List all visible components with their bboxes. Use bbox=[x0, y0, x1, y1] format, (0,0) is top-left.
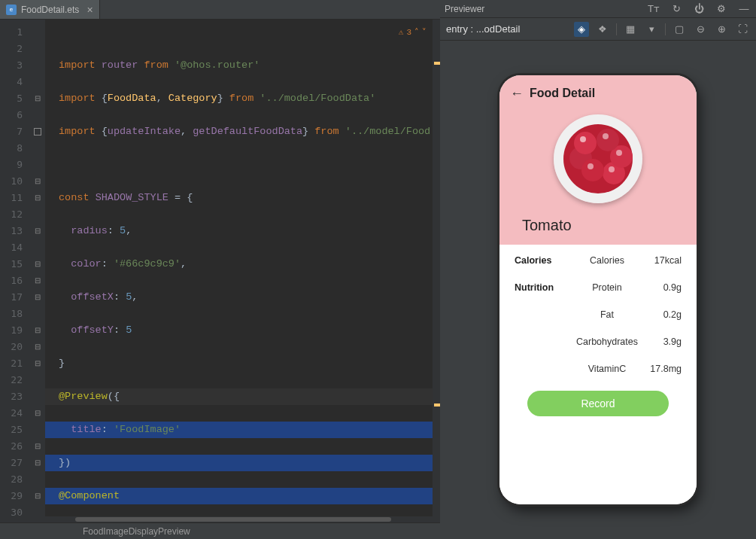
nutrition-row: Fat 0.2g bbox=[515, 309, 682, 320]
zoom-out-icon[interactable]: ⊖ bbox=[693, 22, 708, 37]
nutrition-panel: Calories Calories 17kcal Nutrition Prote… bbox=[499, 245, 697, 504]
editor-marker-strip[interactable] bbox=[433, 20, 440, 516]
entry-label: entry : ...odDetail bbox=[446, 23, 520, 35]
editor-tab[interactable]: e FoodDetail.ets × bbox=[0, 0, 100, 19]
nutrition-row: VitaminC 17.8mg bbox=[515, 364, 682, 374]
app-header: ← Food Detail Tomato bbox=[499, 75, 697, 245]
refresh-icon[interactable]: ↻ bbox=[669, 2, 684, 17]
code-area[interactable]: ⚠ 3 ˄ ˅ import router from '@ohos.router… bbox=[45, 20, 433, 516]
minimize-icon[interactable]: — bbox=[736, 2, 751, 17]
tab-filename: FoodDetail.ets bbox=[21, 5, 79, 15]
chevron-up-icon[interactable]: ˄ bbox=[414, 24, 419, 41]
bookmark-icon bbox=[34, 128, 41, 136]
line-number-gutter: 12345 678910 1112131415 1617181920 21222… bbox=[0, 20, 30, 516]
previewer-title: Previewer bbox=[445, 4, 484, 14]
food-image bbox=[554, 114, 642, 203]
nutrition-row: Nutrition Protein 0.9g bbox=[515, 282, 682, 293]
close-icon[interactable]: × bbox=[87, 4, 93, 16]
editor-tab-bar: e FoodDetail.ets × bbox=[0, 0, 440, 20]
nutrition-row: Calories Calories 17kcal bbox=[515, 255, 682, 266]
device-frame: ← Food Detail Tomato Calories Calories 1… bbox=[499, 75, 697, 504]
chevron-down-icon[interactable]: ˅ bbox=[422, 24, 427, 41]
inspect-icon[interactable]: ◈ bbox=[574, 22, 589, 37]
breadcrumb: FoodImageDisplayPreview bbox=[0, 522, 440, 539]
zoom-in-icon[interactable]: ⊕ bbox=[714, 22, 729, 37]
warning-indicator[interactable]: ⚠ 3 ˄ ˅ bbox=[399, 24, 427, 41]
page-title: Food Detail bbox=[530, 87, 595, 100]
previewer-pane: Previewer Tᴛ ↻ ⏻ ⚙ — entry : ...odDetail… bbox=[440, 0, 756, 539]
previewer-titlebar: Previewer Tᴛ ↻ ⏻ ⚙ — bbox=[440, 0, 756, 18]
fold-column: ⊟ ⊟ ⊟⊟⊟ ⊟⊟⊟⊟ ⊟⊟ ⊟⊟⊟ bbox=[30, 20, 45, 516]
chevron-down-icon[interactable]: ▾ bbox=[644, 22, 659, 37]
food-name: Tomato bbox=[522, 217, 572, 233]
warning-count: 3 bbox=[406, 24, 411, 41]
grid-icon[interactable]: ▦ bbox=[623, 22, 638, 37]
gear-icon[interactable]: ⚙ bbox=[714, 2, 729, 17]
fullscreen-icon[interactable]: ⛶ bbox=[735, 22, 750, 37]
editor-body: 12345 678910 1112131415 1617181920 21222… bbox=[0, 20, 440, 516]
layers-icon[interactable]: ❖ bbox=[595, 22, 610, 37]
breadcrumb-label: FoodImageDisplayPreview bbox=[83, 526, 190, 537]
back-icon[interactable]: ← bbox=[510, 86, 524, 102]
horizontal-scrollbar[interactable] bbox=[0, 516, 440, 522]
preview-stage: ← Food Detail Tomato Calories Calories 1… bbox=[440, 41, 756, 539]
font-size-icon[interactable]: Tᴛ bbox=[646, 2, 661, 17]
power-icon[interactable]: ⏻ bbox=[691, 2, 706, 17]
warning-icon: ⚠ bbox=[399, 24, 404, 41]
previewer-toolbar: entry : ...odDetail ◈ ❖ ▦ ▾ ▢ ⊖ ⊕ ⛶ bbox=[440, 18, 756, 41]
rotate-icon[interactable]: ▢ bbox=[672, 22, 687, 37]
editor-pane: e FoodDetail.ets × 12345 678910 11121314… bbox=[0, 0, 440, 539]
record-button[interactable]: Record bbox=[527, 391, 669, 416]
ets-file-icon: e bbox=[6, 5, 17, 15]
nutrition-row: Carbohydrates 3.9g bbox=[515, 336, 682, 347]
